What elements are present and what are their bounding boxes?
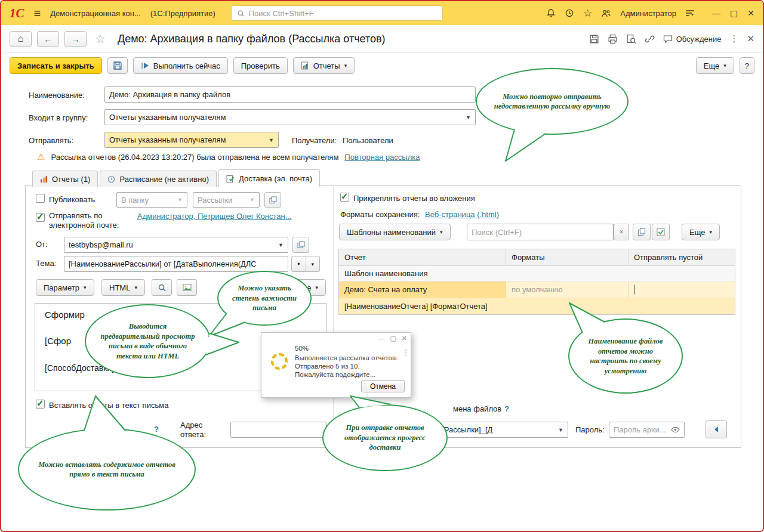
forward-button[interactable]: → [64, 31, 87, 47]
chevron-down-icon[interactable]: ▼ [265, 137, 274, 143]
send-empty-checkbox[interactable] [634, 284, 635, 295]
recipients-value[interactable]: Пользователи [343, 136, 393, 145]
check-button[interactable]: Проверить [233, 57, 288, 74]
resend-link[interactable]: Повторная рассылка [344, 153, 420, 162]
dialog-kebab-icon[interactable]: ⋮ [402, 348, 409, 357]
table-row[interactable]: Демо: Счета на оплату по умолчанию [339, 282, 735, 298]
column-header-report[interactable]: Отчет [339, 249, 506, 265]
subject-input[interactable]: [НаименованиеРассылки] от [ДатаВыполнени… [64, 256, 288, 272]
minimize-button[interactable]: — [712, 8, 720, 18]
send-empty-cell[interactable] [629, 282, 735, 298]
tab-bar: Отчеты (1) Расписание (не активно) Доста… [32, 169, 322, 187]
app-title: Демонстрационная кон... [50, 9, 141, 18]
callout-preview: Выводится предварительный просмотр письм… [85, 304, 211, 378]
email-account-link[interactable]: Администратор, Петрищев Олег Констан... [137, 212, 292, 221]
clear-search-button[interactable]: × [614, 224, 629, 240]
format-cell[interactable]: по умолчанию [506, 282, 629, 298]
favorite-star-icon[interactable]: ☆ [95, 32, 106, 46]
kebab-menu-button[interactable]: ⋮ [729, 33, 738, 44]
reports-menu-button[interactable]: Отчеты▾ [293, 57, 355, 74]
save-formats-label: Форматы сохранения: [340, 210, 420, 219]
save-close-button[interactable]: Записать и закрыть [10, 57, 102, 74]
dialog-maximize-button[interactable]: ▢ [390, 335, 396, 342]
column-header-empty[interactable]: Отправлять пустой [629, 249, 735, 265]
cancel-button[interactable]: Отмена [361, 380, 405, 392]
name-templates-button[interactable]: Шаблоны наименований▾ [339, 224, 451, 240]
html-button[interactable]: HTML▾ [101, 279, 145, 296]
picture-button[interactable] [177, 279, 197, 296]
table-search-input[interactable]: Поиск (Ctrl+F) [467, 224, 614, 240]
users-icon[interactable] [601, 9, 611, 18]
global-search-input[interactable]: Поиск Ctrl+Shift+F [231, 5, 443, 21]
eye-icon[interactable] [671, 426, 680, 433]
chevron-down-icon[interactable]: ▼ [275, 242, 284, 248]
image-icon [183, 283, 192, 292]
check-all-button[interactable] [652, 224, 670, 240]
history-icon[interactable] [565, 8, 574, 18]
save-formats-link[interactable]: Веб-страница (.html) [425, 210, 499, 219]
favorites-star-icon[interactable]: ☆ [583, 7, 592, 20]
chevron-down-icon[interactable]: ▼ [554, 427, 563, 433]
insert-reports-checkbox[interactable] [36, 400, 45, 409]
callout-importance: Можно указать степень важности письма [217, 271, 312, 326]
callout-progress: При отправке отчетов отображается прогре… [322, 404, 448, 471]
mailing-select[interactable]: Рассылки▼ [193, 192, 260, 208]
main-menu-icon[interactable]: ≡ [34, 7, 41, 20]
notifications-bell-icon[interactable] [546, 8, 556, 18]
publish-folder-select[interactable]: В папку▼ [116, 192, 187, 208]
importance-button[interactable] [152, 279, 172, 296]
attach-reports-checkbox[interactable] [340, 193, 349, 202]
report-cell[interactable]: Демо: Счета на оплату [339, 282, 506, 298]
reply-help-link[interactable]: ? [154, 425, 159, 434]
column-header-formats[interactable]: Форматы [506, 249, 629, 265]
template-row[interactable]: [НаименованиеОтчета] [ФорматОтчета] [339, 298, 735, 314]
help-button[interactable]: ? [740, 57, 754, 74]
parameter-button[interactable]: Параметр▾ [36, 279, 94, 296]
get-link-icon[interactable] [645, 34, 655, 44]
close-form-button[interactable]: ✕ [747, 33, 754, 44]
chevron-down-icon[interactable]: ▼ [462, 115, 471, 120]
chevron-down-icon: ▼ [174, 197, 183, 203]
current-user-label[interactable]: Администратор [620, 9, 676, 18]
close-button[interactable]: ✕ [747, 8, 754, 18]
search-placeholder: Поиск Ctrl+Shift+F [249, 9, 314, 18]
folder-choose-button[interactable] [264, 192, 281, 208]
run-now-button[interactable]: Выполнить сейчас [133, 57, 228, 74]
dialog-close-button[interactable]: ✕ [402, 335, 407, 342]
subject-menu-button[interactable]: •▾ [291, 256, 320, 272]
from-select[interactable]: testbybsp@mail.ru▼ [64, 237, 288, 253]
tab-delivery[interactable]: Доставка (эл. почта) [218, 169, 320, 187]
from-choose-button[interactable] [292, 237, 309, 253]
publish-checkbox[interactable] [36, 194, 45, 203]
copy-row-button[interactable] [633, 224, 651, 240]
reply-address-label-2: ответа: [180, 430, 206, 439]
reply-address-input[interactable] [230, 422, 326, 438]
1c-logo: 1С [10, 6, 24, 21]
preview-icon[interactable] [626, 34, 636, 44]
back-button[interactable]: ← [37, 31, 59, 47]
warning-icon: ⚠ [37, 151, 45, 162]
table-group-row[interactable]: Шаблон наименования [339, 266, 735, 282]
tab-reports[interactable]: Отчеты (1) [32, 171, 98, 187]
maximize-button[interactable]: ▢ [730, 8, 738, 18]
tab-schedule[interactable]: Расписание (не активно) [100, 171, 217, 187]
print-icon[interactable] [608, 34, 618, 44]
right-more-button[interactable]: Еще▾ [682, 224, 720, 240]
arrow-right-icon: → [71, 34, 80, 44]
dialog-minimize-button[interactable]: — [378, 335, 384, 342]
collapse-button[interactable] [706, 420, 727, 438]
translit-help-link[interactable]: ? [504, 404, 509, 413]
group-select[interactable]: Отчеты указанным получателям▼ [104, 109, 476, 125]
save-icon[interactable] [589, 34, 599, 44]
discussion-button[interactable]: Обсуждение [663, 35, 722, 44]
password-input[interactable]: Пароль архи... [609, 422, 685, 438]
send-email-checkbox[interactable] [36, 213, 45, 222]
more-button[interactable]: Еще▾ [696, 57, 734, 74]
home-button[interactable]: ⌂ [10, 31, 32, 47]
service-menu-icon[interactable] [685, 9, 695, 17]
arrow-left-icon: ← [44, 34, 53, 44]
progress-percent: 50% [295, 345, 309, 352]
save-icon-button[interactable] [107, 57, 128, 74]
name-input[interactable]: Демо: Архивация в папку файлов [104, 86, 476, 103]
send-mode-select[interactable]: Отчеты указанным получателям▼ [104, 132, 279, 148]
